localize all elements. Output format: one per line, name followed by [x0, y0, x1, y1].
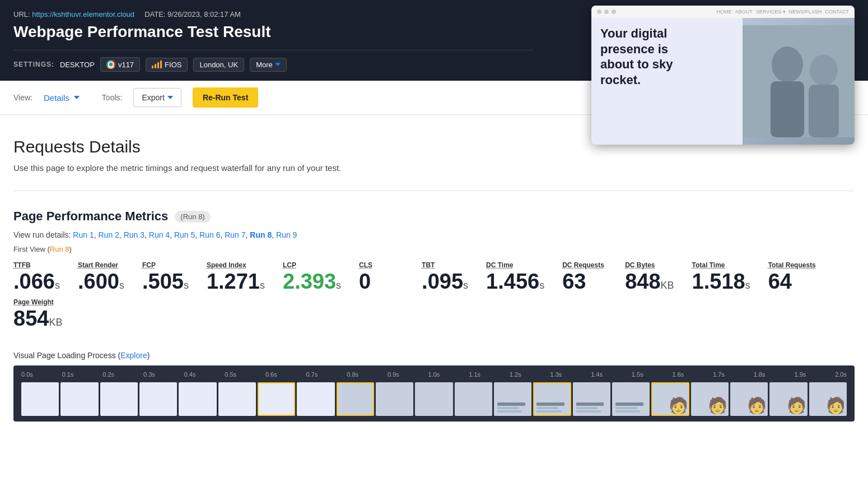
frame-person: 🧑 — [747, 396, 767, 415]
frame-bar-2 — [576, 407, 598, 409]
explore-link[interactable]: Explore — [120, 351, 147, 360]
run-link-1[interactable]: Run 1 — [73, 230, 94, 239]
main-content: Requests Details Use this page to explor… — [0, 115, 868, 435]
frame-bar-1 — [497, 402, 525, 406]
frame-bar-3 — [576, 410, 601, 413]
nav-about: ABOUT — [735, 9, 753, 15]
frame-bars — [495, 400, 530, 415]
view-dropdown-arrow — [74, 96, 80, 99]
metric-label: Total Requests — [768, 261, 816, 269]
metric-unit: KB — [661, 280, 674, 291]
run-link-3[interactable]: Run 3 — [124, 230, 144, 239]
frame-bar-3 — [615, 410, 640, 413]
settings-label: SETTINGS: — [13, 61, 54, 68]
timeline-frame-10[interactable] — [415, 382, 452, 416]
timeline-frame-7[interactable] — [297, 382, 334, 416]
first-view-run: Run 8 — [50, 245, 69, 253]
signal-bar-2 — [155, 64, 156, 68]
metric-label: CLS — [359, 261, 404, 269]
timeline-tick-20: 2.0s — [835, 371, 847, 378]
settings-bar: SETTINGS: DESKTOP v117 FIOS London, UK M… — [13, 57, 534, 72]
timeline-tick-11: 1.1s — [469, 371, 480, 378]
timeline-frame-2[interactable] — [100, 382, 138, 416]
browser-dot-1 — [597, 10, 601, 14]
timeline-tick-2: 0.2s — [102, 371, 114, 378]
metric-item-ttfb: TTFB .066s — [13, 261, 60, 294]
run-link-8[interactable]: Run 8 — [250, 230, 272, 239]
rerun-button[interactable]: Re-Run Test — [193, 87, 258, 108]
browser-dot-2 — [604, 10, 609, 14]
metric-label: Speed Index — [207, 261, 265, 269]
metric-item-start-render: Start Render .600s — [78, 261, 124, 294]
thumb-nav: HOME ABOUT SERVICES ▾ NEWS/FLASH CONTACT — [717, 9, 849, 15]
timeline-frame-5[interactable] — [218, 382, 256, 416]
metric-item-total-requests: Total Requests 64 — [768, 261, 816, 294]
timeline-frame-13[interactable] — [533, 382, 571, 416]
timeline-tick-4: 0.4s — [184, 371, 196, 378]
browser-dot-3 — [612, 10, 616, 14]
timeline-tick-14: 1.4s — [591, 371, 603, 378]
timeline-tick-6: 0.6s — [265, 371, 277, 378]
url-link[interactable]: https://kshthuvr.elementor.cloud — [32, 10, 134, 18]
timeline-frame-4[interactable] — [179, 382, 216, 416]
signal-bar-4 — [160, 61, 162, 68]
run-link-9[interactable]: Run 9 — [276, 230, 297, 239]
metrics-grid: TTFB .066s Start Render .600s FCP .505s … — [13, 261, 855, 335]
timeline-frame-0[interactable] — [21, 382, 59, 416]
metric-unit: s — [463, 280, 468, 291]
export-button[interactable]: Export — [133, 88, 181, 107]
timeline-tick-1: 0.1s — [62, 371, 74, 378]
timeline-frame-11[interactable] — [455, 382, 492, 416]
timeline-frame-12[interactable] — [494, 382, 531, 416]
metric-item-dc-bytes: DC Bytes 848KB — [625, 261, 674, 294]
header: URL: https://kshthuvr.elementor.cloud DA… — [0, 0, 868, 81]
frame-bar-2 — [615, 407, 637, 409]
timeline-frame-15[interactable] — [612, 382, 650, 416]
metric-unit: s — [745, 280, 750, 291]
metric-item-lcp: LCP 2.393s — [283, 261, 341, 294]
timeline-frame-1[interactable] — [60, 382, 98, 416]
timeline-frame-17[interactable]: 🧑 — [691, 382, 729, 416]
view-select-button[interactable]: Details — [44, 93, 80, 103]
date-value: 9/26/2023, 8:02:17 AM — [167, 10, 241, 18]
metric-item-tbt: TBT .095s — [422, 261, 468, 294]
metric-item-speed-index: Speed Index 1.271s — [207, 261, 265, 294]
svg-point-3 — [810, 54, 838, 86]
metric-value: .600s — [78, 270, 124, 294]
timeline-frame-6[interactable] — [258, 382, 295, 416]
timeline-frame-16[interactable]: 🧑 — [651, 382, 689, 416]
frame-bar-1 — [576, 402, 604, 406]
run-link-2[interactable]: Run 2 — [99, 230, 119, 239]
nav-services: SERVICES ▾ — [756, 9, 786, 15]
run-link-4[interactable]: Run 4 — [149, 230, 170, 239]
timeline-frame-20[interactable]: 🧑 — [809, 382, 847, 416]
metric-item-cls: CLS 0 — [359, 261, 404, 294]
metric-unit: s — [55, 280, 60, 291]
timeline-frame-9[interactable] — [376, 382, 413, 416]
location-badge[interactable]: London, UK — [193, 58, 244, 72]
metric-item-total-time: Total Time 1.518s — [692, 261, 750, 294]
run-link-6[interactable]: Run 6 — [199, 230, 220, 239]
metric-label: Total Time — [692, 261, 750, 269]
metric-value: .505s — [142, 270, 189, 294]
run-link-7[interactable]: Run 7 — [225, 230, 245, 239]
run-link-5[interactable]: Run 5 — [174, 230, 195, 239]
more-badge[interactable]: More — [250, 58, 287, 72]
timeline-frame-18[interactable]: 🧑 — [730, 382, 768, 416]
chrome-badge[interactable]: v117 — [100, 57, 140, 72]
section-desc: Use this page to explore the metric timi… — [13, 163, 855, 173]
timeline-frame-3[interactable] — [139, 382, 177, 416]
page-title: Webpage Performance Test Result — [13, 23, 534, 41]
fios-badge[interactable]: FIOS — [146, 58, 188, 72]
metric-label: TTFB — [13, 261, 60, 269]
frame-bars — [613, 400, 648, 415]
timeline-tick-19: 1.9s — [794, 371, 806, 378]
metric-label: DC Bytes — [625, 261, 674, 269]
timeline-frame-19[interactable]: 🧑 — [769, 382, 807, 416]
thumbnail-content: Your digital presence is about to sky ro… — [591, 18, 855, 145]
timeline-frame-8[interactable] — [337, 382, 374, 416]
timeline-frame-14[interactable] — [573, 382, 610, 416]
timeline-tick-18: 1.8s — [754, 371, 766, 378]
desktop-label: DESKTOP — [60, 61, 95, 69]
run-links-label: View run details: — [13, 230, 71, 239]
